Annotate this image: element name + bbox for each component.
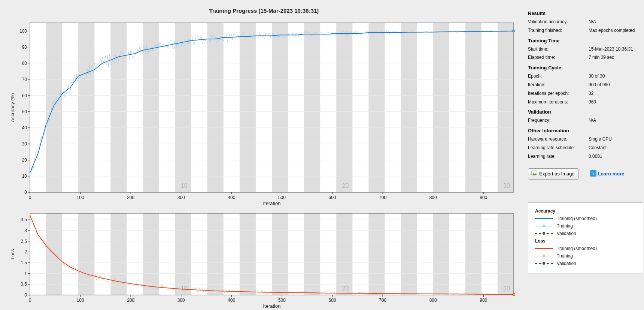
svg-rect-1 bbox=[46, 23, 62, 192]
svg-text:0: 0 bbox=[29, 195, 31, 200]
svg-text:800: 800 bbox=[429, 195, 437, 200]
svg-text:800: 800 bbox=[429, 298, 437, 303]
svg-text:60: 60 bbox=[22, 93, 27, 98]
svg-text:3.5: 3.5 bbox=[21, 217, 27, 222]
results-section: Results Validation accuracy:N/A Training… bbox=[528, 7, 643, 161]
svg-text:80: 80 bbox=[22, 61, 27, 66]
svg-rect-85 bbox=[304, 213, 320, 295]
svg-text:Accuracy (%): Accuracy (%) bbox=[10, 93, 15, 122]
results-heading: Results bbox=[528, 10, 643, 16]
svg-text:200: 200 bbox=[127, 195, 134, 200]
svg-text:30: 30 bbox=[22, 141, 27, 147]
svg-rect-10 bbox=[336, 23, 352, 192]
info-row-val-acc: Validation accuracy:N/A bbox=[528, 18, 643, 26]
svg-rect-6 bbox=[207, 23, 224, 192]
valid-heading: Validation bbox=[528, 109, 643, 115]
cycle-heading: Training Cycle bbox=[528, 65, 643, 70]
svg-text:20: 20 bbox=[342, 285, 349, 292]
svg-text:400: 400 bbox=[228, 195, 235, 200]
svg-point-144 bbox=[533, 172, 534, 173]
svg-text:i: i bbox=[592, 171, 594, 176]
svg-text:0: 0 bbox=[24, 190, 27, 195]
svg-rect-91 bbox=[498, 213, 514, 295]
svg-text:900: 900 bbox=[480, 298, 487, 303]
svg-text:90: 90 bbox=[22, 45, 27, 50]
svg-text:200: 200 bbox=[127, 298, 134, 303]
legend-accuracy-heading: Accuracy bbox=[535, 208, 636, 214]
svg-rect-8 bbox=[272, 23, 288, 192]
svg-rect-87 bbox=[368, 213, 385, 295]
info-row-hw: Hardware resource:Single CPU bbox=[528, 135, 643, 144]
info-row-iter: Iteration:960 of 960 bbox=[528, 81, 643, 89]
svg-text:0: 0 bbox=[29, 298, 31, 303]
svg-text:Iteration: Iteration bbox=[263, 201, 281, 206]
svg-text:0.5: 0.5 bbox=[21, 282, 27, 287]
svg-text:100: 100 bbox=[19, 28, 27, 34]
svg-text:100: 100 bbox=[77, 195, 84, 200]
svg-text:900: 900 bbox=[480, 195, 487, 200]
legend-card: Accuracy Training (smoothed) Training Va… bbox=[528, 202, 643, 274]
info-row-elapsed: Elapsed time:7 min 39 sec bbox=[528, 53, 643, 62]
svg-text:1.5: 1.5 bbox=[21, 260, 27, 265]
learn-more-link[interactable]: Learn more bbox=[598, 171, 625, 177]
svg-text:Iteration: Iteration bbox=[263, 303, 281, 309]
svg-text:Loss: Loss bbox=[10, 249, 15, 259]
svg-rect-83 bbox=[240, 213, 256, 295]
legend-loss-training: Training bbox=[535, 253, 636, 259]
svg-rect-3 bbox=[110, 23, 127, 192]
svg-rect-84 bbox=[272, 213, 288, 295]
svg-text:40: 40 bbox=[22, 125, 27, 130]
svg-text:300: 300 bbox=[177, 195, 185, 200]
svg-text:0: 0 bbox=[24, 292, 27, 298]
loss-chart: 00.511.522.533.5102030010020030040050060… bbox=[7, 209, 520, 310]
svg-rect-78 bbox=[78, 213, 94, 295]
svg-rect-15 bbox=[498, 23, 514, 192]
svg-text:70: 70 bbox=[22, 77, 27, 82]
svg-text:500: 500 bbox=[278, 195, 286, 200]
info-row-train-fin: Training finished:Max epochs completed bbox=[528, 26, 643, 35]
info-row-ipe: Iterations per epoch:32 bbox=[528, 89, 643, 98]
svg-text:10: 10 bbox=[22, 174, 27, 179]
legend-acc-validation: Validation bbox=[535, 231, 636, 236]
other-heading: Other Information bbox=[528, 128, 643, 133]
svg-text:700: 700 bbox=[379, 195, 386, 200]
svg-text:100: 100 bbox=[77, 298, 84, 303]
svg-rect-13 bbox=[433, 23, 449, 192]
export-icon bbox=[531, 170, 537, 177]
legend-loss-validation: Validation bbox=[535, 261, 636, 266]
info-row-lrs: Learning rate schedule:Constant bbox=[528, 144, 643, 152]
svg-text:30: 30 bbox=[503, 285, 510, 292]
svg-rect-89 bbox=[433, 213, 449, 295]
svg-text:20: 20 bbox=[22, 157, 27, 163]
legend-acc-smoothed: Training (smoothed) bbox=[535, 216, 636, 221]
svg-text:2.5: 2.5 bbox=[21, 239, 27, 244]
svg-rect-11 bbox=[368, 23, 385, 192]
svg-rect-90 bbox=[465, 213, 482, 295]
info-row-lr: Learning rate:0.0001 bbox=[528, 152, 643, 161]
svg-text:10: 10 bbox=[181, 183, 188, 189]
svg-text:50: 50 bbox=[22, 109, 27, 114]
svg-rect-86 bbox=[336, 213, 352, 295]
info-row-maxiter: Maximum iterations:960 bbox=[528, 98, 643, 106]
svg-text:2: 2 bbox=[24, 249, 27, 255]
svg-rect-7 bbox=[240, 23, 256, 192]
export-image-button[interactable]: Export as Image bbox=[528, 168, 579, 180]
info-row-freq: Frequency:N/A bbox=[528, 116, 643, 125]
info-row-start: Start time:15-Mar-2023 10:36:31 bbox=[528, 45, 643, 54]
svg-text:400: 400 bbox=[228, 298, 235, 303]
svg-text:600: 600 bbox=[328, 298, 336, 303]
svg-rect-5 bbox=[175, 23, 191, 192]
svg-rect-14 bbox=[465, 23, 482, 192]
export-label: Export as Image bbox=[539, 171, 575, 177]
svg-text:30: 30 bbox=[503, 183, 510, 189]
svg-text:20: 20 bbox=[342, 183, 349, 189]
svg-rect-12 bbox=[401, 23, 417, 192]
svg-rect-81 bbox=[175, 213, 191, 295]
legend-loss-heading: Loss bbox=[535, 238, 636, 244]
svg-rect-80 bbox=[143, 213, 159, 295]
svg-text:600: 600 bbox=[328, 195, 336, 200]
svg-rect-9 bbox=[304, 23, 320, 192]
info-row-epoch: Epoch:30 of 30 bbox=[528, 72, 643, 81]
svg-text:300: 300 bbox=[177, 298, 185, 303]
svg-rect-82 bbox=[207, 213, 224, 295]
